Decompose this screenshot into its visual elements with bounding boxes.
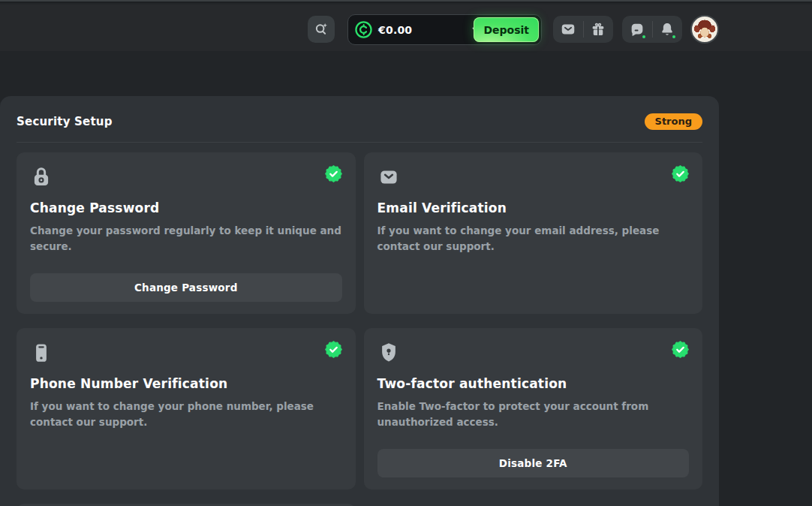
rewards-button[interactable] [587, 18, 609, 41]
verified-check-icon [672, 165, 689, 182]
security-setup-panel: Security Setup Strong [0, 96, 719, 506]
deposit-button[interactable]: Deposit [474, 17, 539, 42]
verified-check-icon [672, 341, 689, 358]
group-divider [583, 21, 584, 38]
chat-status-dot [641, 34, 647, 40]
search-sparkle-icon [313, 21, 329, 38]
change-password-button[interactable]: Change Password [30, 273, 342, 302]
notifications-status-dot [671, 34, 677, 40]
email-verification-card: Email Verification If you want to change… [364, 152, 703, 314]
disable-2fa-button[interactable]: Disable 2FA [377, 449, 690, 477]
card-description: Enable Two-factor to protect your accoun… [377, 399, 690, 430]
page-title: Security Setup [17, 115, 113, 128]
phone-icon [30, 341, 53, 365]
chips-coin-icon [355, 21, 372, 38]
inbox-button[interactable] [557, 18, 579, 41]
chat-notifications-group [622, 16, 682, 43]
card-title: Change Password [30, 200, 342, 215]
card-title: Phone Number Verification [30, 376, 342, 391]
change-password-card: Change Password Change your password reg… [17, 152, 356, 314]
balance-amount: €0.00 [378, 24, 412, 36]
user-avatar[interactable] [690, 15, 719, 44]
card-description: If you want to change your email address… [377, 223, 690, 255]
header-divider [17, 142, 702, 143]
card-title: Two-factor authentication [377, 376, 690, 391]
notifications-button[interactable] [656, 18, 678, 41]
mail-icon [560, 21, 576, 38]
verified-check-icon [325, 165, 342, 182]
top-navbar: €0.00 Deposit [0, 5, 812, 51]
card-description: If you want to change your phone number,… [30, 399, 342, 430]
card-description: Change your password regularly to keep i… [30, 223, 342, 255]
gift-icon [590, 21, 606, 38]
envelope-icon [377, 165, 400, 189]
search-button[interactable] [308, 16, 335, 43]
panel-header: Security Setup Strong [17, 113, 702, 131]
phone-verification-card: Phone Number Verification If you want to… [17, 328, 356, 489]
password-strength-badge: Strong [645, 113, 702, 130]
verified-check-icon [325, 341, 342, 358]
card-title: Email Verification [377, 200, 690, 215]
window-top-strip [0, 0, 812, 3]
group-divider [652, 21, 653, 38]
lock-icon [30, 165, 53, 189]
two-factor-card: Two-factor authentication Enable Two-fac… [364, 328, 703, 489]
inbox-rewards-group [553, 16, 613, 43]
wallet-balance-dropdown[interactable]: €0.00 Deposit [347, 14, 542, 45]
security-cards-grid: Change Password Change your password reg… [17, 152, 702, 506]
chat-button[interactable] [626, 18, 648, 41]
shield-keyhole-icon [377, 341, 400, 365]
